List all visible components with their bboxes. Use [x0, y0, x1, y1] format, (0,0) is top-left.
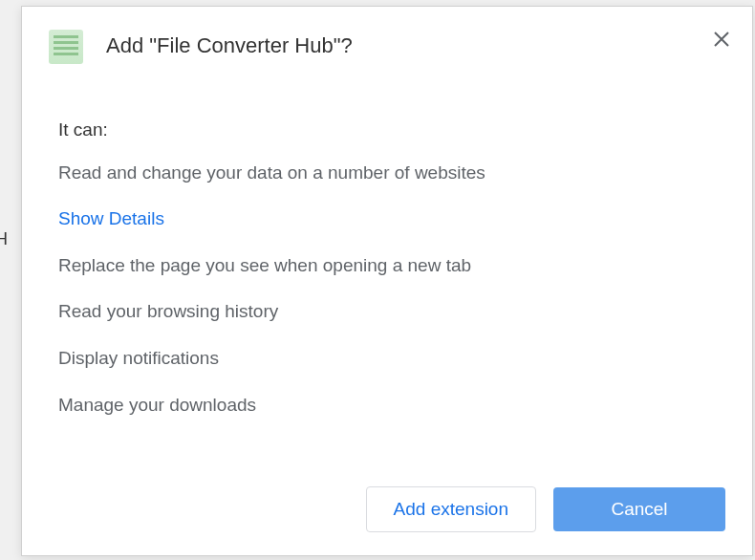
- close-button[interactable]: [708, 26, 735, 53]
- permission-item: Display notifications: [58, 347, 712, 371]
- permission-item: Replace the page you see when opening a …: [58, 254, 712, 278]
- permissions-intro: It can:: [58, 119, 712, 140]
- permission-item: Manage your downloads: [58, 394, 712, 418]
- dialog-header: Add "File Converter Hub"?: [22, 7, 752, 74]
- permission-item: Read your browsing history: [58, 300, 712, 324]
- show-details-link[interactable]: Show Details: [58, 208, 712, 229]
- dialog-footer: Add extension Cancel: [22, 463, 752, 555]
- add-extension-button[interactable]: Add extension: [366, 486, 536, 532]
- cancel-button[interactable]: Cancel: [553, 487, 725, 531]
- permissions-scroll-area[interactable]: It can: Read and change your data on a n…: [22, 102, 748, 460]
- extension-icon: [49, 30, 83, 64]
- permissions-content: It can: Read and change your data on a n…: [22, 102, 748, 457]
- permission-item: Read and change your data on a number of…: [58, 162, 712, 185]
- background-text-fragment: H: [0, 229, 8, 249]
- extension-install-dialog: Add "File Converter Hub"? It can: Read a…: [21, 6, 753, 556]
- dialog-title: Add "File Converter Hub"?: [106, 26, 353, 61]
- close-icon: [713, 31, 730, 48]
